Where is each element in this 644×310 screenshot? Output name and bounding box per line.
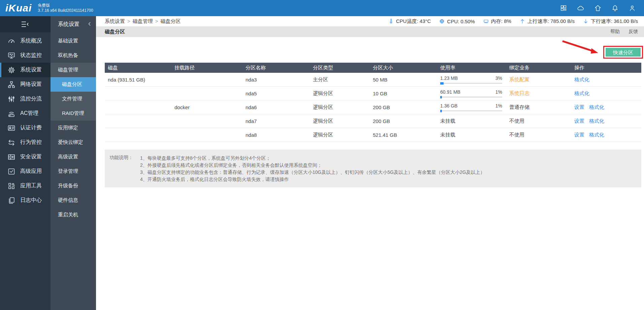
- breadcrumb-item[interactable]: 磁盘管理: [133, 18, 153, 24]
- usage-percent: 3%: [495, 75, 502, 81]
- apps-grid-icon[interactable]: [560, 4, 567, 12]
- app-tools-icon: [7, 182, 15, 190]
- submenu-item-login-manage[interactable]: 登录管理: [51, 164, 96, 179]
- flow-control-icon: [7, 95, 15, 103]
- ikuai-logo: iKuai: [5, 0, 32, 16]
- feedback-link[interactable]: 反馈: [629, 29, 638, 35]
- bell-icon[interactable]: [611, 4, 619, 12]
- sidebar-item-ac-manage[interactable]: AC管理: [0, 106, 51, 121]
- table-row: nda7逻辑分区200 GB未挂载不使用设置格式化: [105, 114, 641, 128]
- cloud-icon[interactable]: [577, 4, 584, 12]
- cell-partition-name: nda7: [243, 114, 310, 128]
- bound-service-label[interactable]: 系统配置: [509, 76, 529, 82]
- sidebar-item-label: 高级应用: [20, 168, 42, 175]
- security-settings-icon: [7, 153, 15, 161]
- column-header: 分区大小: [370, 63, 437, 73]
- submenu-item-app-bind[interactable]: 应用绑定: [51, 121, 96, 135]
- column-header: 分区名称: [243, 63, 310, 73]
- sidebar-item-label: AC管理: [20, 110, 38, 117]
- arrow-up-icon: [519, 18, 525, 24]
- submenu-item-ha-backup[interactable]: 双机热备: [51, 48, 96, 63]
- cell-partition-name: nda8: [243, 128, 310, 142]
- system-overview-icon: [7, 37, 15, 45]
- submenu-item-reboot-shutdown[interactable]: 重启关机: [51, 208, 96, 222]
- format-link[interactable]: 格式化: [589, 104, 604, 110]
- sidebar-item-auth-billing[interactable]: 认证计费: [0, 121, 51, 135]
- sidebar-item-label: 认证计费: [20, 124, 42, 131]
- bound-service-label: 不使用: [509, 118, 524, 124]
- cell-partition-type: 逻辑分区: [310, 128, 370, 142]
- cell-operations: 设置格式化: [571, 128, 641, 142]
- sidebar-item-log-center[interactable]: 日志中心: [0, 193, 51, 208]
- submenu-item-advanced-settings[interactable]: 高级设置: [51, 150, 96, 164]
- toolbar: 快速分区: [105, 37, 641, 59]
- format-link[interactable]: 格式化: [574, 76, 589, 82]
- format-link[interactable]: 格式化: [574, 90, 589, 96]
- help-link[interactable]: 帮助: [610, 29, 620, 35]
- submenu-item-disk-partition[interactable]: 磁盘分区: [51, 77, 96, 92]
- usage-percent: 1%: [495, 89, 502, 95]
- submenu-item-ikuai-cloud-bind[interactable]: 爱快云绑定: [51, 135, 96, 150]
- sidebar-item-flow-control[interactable]: 流控分流: [0, 92, 51, 106]
- settings-link[interactable]: 设置: [574, 132, 584, 137]
- submenu-item-upgrade-backup[interactable]: 升级备份: [51, 179, 96, 193]
- cpu-chip-icon: [439, 18, 445, 24]
- submenu-title: 系统设置: [58, 21, 79, 28]
- system-settings-icon: [7, 66, 15, 74]
- cell-usage: 60.91 MB1%: [437, 87, 506, 100]
- status-label: 下行速率: 361.00 B/s: [591, 18, 638, 25]
- column-header: 绑定业务: [506, 63, 571, 73]
- submenu-item-basic-settings[interactable]: 基础设置: [51, 34, 96, 48]
- settings-link[interactable]: 设置: [574, 118, 584, 124]
- cell-partition-name: nda5: [243, 87, 310, 100]
- home-upgrade-icon[interactable]: [594, 4, 602, 12]
- usage-meter: 1.36 GB1%: [440, 103, 502, 111]
- log-center-icon: [7, 196, 15, 205]
- submenu-item-file-manage[interactable]: 文件管理: [51, 92, 96, 106]
- sidebar-item-label: 行为管控: [20, 139, 42, 146]
- sidebar-item-status-monitor[interactable]: 状态监控: [0, 48, 51, 63]
- cloud-icon: [577, 4, 584, 12]
- status-monitor-icon: [7, 52, 15, 60]
- primary-sidebar: 系统概况状态监控系统设置网络设置流控分流AC管理认证计费行为管控安全设置高级应用…: [0, 16, 51, 310]
- sidebar-collapse-button[interactable]: [0, 16, 51, 32]
- submenu-item-disk-manage[interactable]: 磁盘管理: [51, 63, 96, 77]
- sidebar-item-behavior-control[interactable]: 行为管控: [0, 135, 51, 150]
- breadcrumb-item[interactable]: 磁盘分区: [161, 18, 181, 24]
- memory-icon: [483, 18, 489, 24]
- build-label: 3.7.16 x64 Build202411141700: [38, 8, 93, 13]
- cell-mount-path: [171, 128, 243, 142]
- user-icon[interactable]: [629, 4, 636, 12]
- cell-partition-size: 10 GB: [370, 87, 437, 100]
- flow-control-icon: [7, 95, 15, 103]
- cell-operations: 设置格式化: [571, 100, 641, 114]
- settings-link[interactable]: 设置: [574, 104, 584, 110]
- submenu-item-hardware-info[interactable]: 硬件信息: [51, 193, 96, 208]
- sidebar-item-system-settings[interactable]: 系统设置: [0, 63, 51, 77]
- table-row: nda (931.51 GB)nda3主分区50 MB1.23 MB3%系统配置…: [105, 73, 641, 87]
- cell-bound-service: 不使用: [506, 128, 571, 142]
- sidebar-item-label: 日志中心: [20, 197, 42, 204]
- format-link[interactable]: 格式化: [589, 118, 604, 124]
- ac-manage-icon: [7, 110, 15, 118]
- home-upgrade-icon: [594, 4, 602, 12]
- sidebar-item-security-settings[interactable]: 安全设置: [0, 150, 51, 164]
- cell-partition-type: 逻辑分区: [310, 100, 370, 114]
- sidebar-item-advanced-apps[interactable]: 高级应用: [0, 164, 51, 179]
- submenu-item-raid-manage[interactable]: RAID管理: [51, 106, 96, 121]
- breadcrumb-item[interactable]: 系统设置: [105, 18, 125, 24]
- status-label: CPU: 0.50%: [447, 19, 475, 24]
- sidebar-item-app-tools[interactable]: 应用工具: [0, 179, 51, 193]
- format-link[interactable]: 格式化: [589, 132, 604, 137]
- sidebar-item-system-overview[interactable]: 系统概况: [0, 34, 51, 48]
- sidebar-item-network-settings[interactable]: 网络设置: [0, 77, 51, 92]
- apps-grid-icon: [560, 4, 567, 12]
- topbar-icon-group: [560, 0, 636, 16]
- cell-mount-path: [171, 114, 243, 128]
- security-settings-icon: [7, 153, 15, 161]
- submenu-collapse-button[interactable]: [87, 21, 92, 27]
- notes-line: 1、每块硬盘最多可支持8个分区，系统盘可另外划分4个分区；: [140, 155, 485, 162]
- network-settings-icon: [7, 81, 15, 89]
- bound-service-label[interactable]: 系统日志: [509, 90, 529, 96]
- quick-partition-button[interactable]: 快速分区: [606, 48, 641, 57]
